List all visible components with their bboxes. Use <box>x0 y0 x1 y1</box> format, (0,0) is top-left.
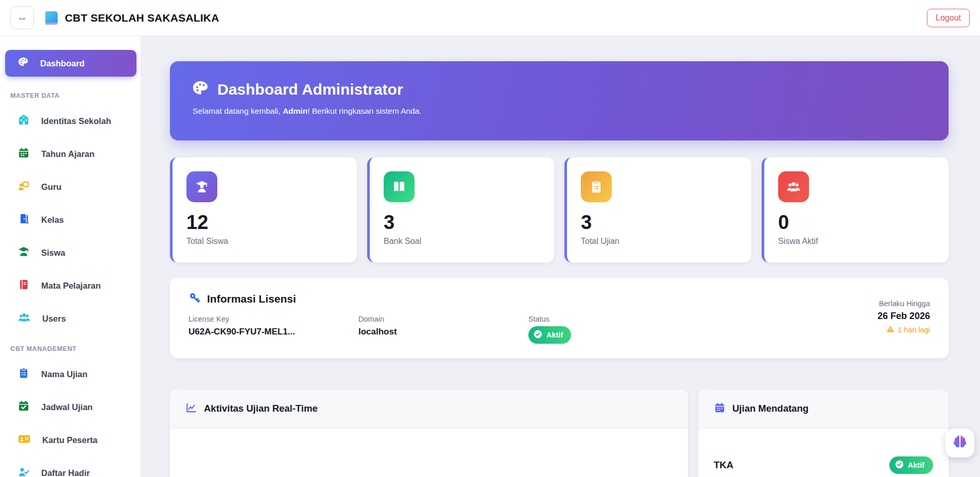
upcoming-exams-panel: Ujian Mendatang TKA Aktif <box>698 390 949 477</box>
sidebar-section-master-data: MASTER DATA <box>10 92 141 99</box>
check-circle-icon <box>895 460 904 470</box>
sidebar-item-label: Jadwal Ujian <box>41 402 93 412</box>
sidebar-item-jadwal-ujian[interactable]: Jadwal Ujian <box>0 396 141 418</box>
panel-title: Aktivitas Ujian Real-Time <box>204 403 318 414</box>
sidebar-item-daftar-hadir[interactable]: Daftar Hadir <box>0 462 141 477</box>
valid-until-label: Berlaku Hingga <box>878 299 930 308</box>
domain-field: Domain localhost <box>358 315 528 344</box>
sidebar-item-users[interactable]: Users <box>0 307 141 330</box>
stat-label: Total Ujian <box>581 237 751 246</box>
license-key-field: License Key U62A-CK90-FYU7-MEL1... <box>188 315 358 344</box>
top-header: ⇔ CBT SEKOLAH SAKASALIKA Logout <box>0 0 980 36</box>
sidebar-item-label: Nama Ujian <box>41 369 88 379</box>
stat-card-bank-soal: 3 Bank Soal <box>367 157 554 262</box>
page-title: Dashboard Administrator <box>217 81 403 98</box>
status-badge: Aktif <box>528 326 571 344</box>
clipboard-icon <box>18 367 30 381</box>
calendar-icon <box>18 147 30 161</box>
realtime-activity-body <box>170 428 688 457</box>
sidebar-item-label: Siswa <box>41 248 65 258</box>
people-icon <box>778 171 809 202</box>
sidebar-item-kelas[interactable]: Kelas <box>0 208 141 231</box>
status-field: Status Aktif <box>528 315 698 344</box>
sidebar-item-dashboard[interactable]: Dashboard <box>5 50 136 77</box>
line-chart-icon <box>185 402 197 416</box>
logout-button[interactable]: Logout <box>927 9 970 27</box>
app-logo-book-icon <box>45 11 58 25</box>
toggle-arrows-icon: ⇔ <box>17 12 27 24</box>
valid-until-date: 26 Feb 2026 <box>878 311 930 322</box>
stat-card-total-siswa: 12 Total Siswa <box>170 157 357 262</box>
domain-value: localhost <box>358 327 528 337</box>
teacher-icon <box>18 180 30 194</box>
license-expiry-block: Berlaku Hingga 26 Feb 2026 1 hari lagi <box>878 299 930 334</box>
upcoming-exams-body: TKA Aktif <box>698 428 949 477</box>
ai-assistant-button[interactable] <box>945 429 974 457</box>
exam-row-tka[interactable]: TKA Aktif <box>714 456 933 474</box>
sidebar-nav: Dashboard MASTER DATA Identitas Sekolah … <box>0 36 141 477</box>
stat-label: Bank Soal <box>384 237 554 246</box>
upcoming-exams-header: Ujian Mendatang <box>698 390 949 428</box>
stat-label: Total Siswa <box>186 237 357 246</box>
calendar-icon <box>714 402 726 416</box>
graduate-icon <box>186 171 217 202</box>
users-icon <box>18 311 31 326</box>
brain-icon <box>951 433 969 453</box>
warning-triangle-icon <box>886 325 895 334</box>
person-check-icon <box>18 466 30 477</box>
welcome-message: Selamat datang kembali, Admin! Berikut r… <box>193 107 927 116</box>
stat-value: 0 <box>778 211 949 234</box>
bottom-panels: Aktivitas Ujian Real-Time Ujian Mendatan… <box>170 390 949 477</box>
main-content: Dashboard Administrator Selamat datang k… <box>141 36 980 477</box>
stat-label: Siswa Aktif <box>778 237 949 246</box>
exam-status-badge: Aktif <box>889 456 933 474</box>
sidebar-item-mata-pelajaran[interactable]: Mata Pelajaran <box>0 274 141 297</box>
expiry-warning: 1 hari lagi <box>878 325 930 334</box>
sidebar-item-label: Identitas Sekolah <box>41 116 111 126</box>
stat-card-siswa-aktif: 0 Siswa Aktif <box>762 157 949 262</box>
key-icon <box>188 292 201 306</box>
sidebar-item-label: Tahun Ajaran <box>41 149 95 159</box>
license-card-title: Informasi Lisensi <box>207 293 296 305</box>
cbt-admin-app: ⇔ CBT SEKOLAH SAKASALIKA Logout Dashboar… <box>0 0 980 477</box>
check-circle-icon <box>534 330 542 340</box>
license-key-value: U62A-CK90-FYU7-MEL1... <box>188 327 358 337</box>
open-book-icon <box>384 171 415 202</box>
sidebar-item-nama-ujian[interactable]: Nama Ujian <box>0 363 141 385</box>
sidebar-section-cbt-management: CBT MANAGEMENT <box>10 345 141 352</box>
palette-icon <box>18 57 29 70</box>
sidebar-item-label: Kartu Peserta <box>42 435 97 445</box>
palette-icon <box>192 80 209 99</box>
sidebar-item-siswa[interactable]: Siswa <box>0 241 141 264</box>
sidebar-item-identitas-sekolah[interactable]: Identitas Sekolah <box>0 110 141 132</box>
sidebar-item-label: Guru <box>41 182 61 192</box>
sidebar-item-label: Mata Pelajaran <box>41 281 101 291</box>
clipboard-icon <box>581 171 612 202</box>
welcome-banner: Dashboard Administrator Selamat datang k… <box>170 61 949 140</box>
stat-value: 3 <box>384 211 554 234</box>
license-info-card: Informasi Lisensi License Key U62A-CK90-… <box>170 278 949 358</box>
id-card-icon <box>18 433 31 447</box>
stats-row: 12 Total Siswa 3 Bank Soal 3 Total Ujian <box>170 157 949 262</box>
sidebar-item-label: Kelas <box>41 215 64 225</box>
sidebar-item-label: Users <box>42 314 66 324</box>
realtime-activity-header: Aktivitas Ujian Real-Time <box>170 390 688 428</box>
stat-value: 3 <box>581 211 751 234</box>
app-title: CBT SEKOLAH SAKASALIKA <box>65 12 219 24</box>
calendar-check-icon <box>18 400 30 414</box>
stat-value: 12 <box>186 211 357 234</box>
realtime-activity-panel: Aktivitas Ujian Real-Time <box>170 390 688 477</box>
graduate-icon <box>18 245 30 260</box>
panel-title: Ujian Mendatang <box>732 403 809 414</box>
sidebar-item-label: Daftar Hadir <box>41 468 90 477</box>
exam-name: TKA <box>714 460 733 471</box>
sidebar-item-guru[interactable]: Guru <box>0 175 141 198</box>
sidebar-item-label: Dashboard <box>40 59 84 68</box>
sidebar-toggle-button[interactable]: ⇔ <box>10 6 34 29</box>
red-book-icon <box>18 278 30 293</box>
door-icon <box>18 213 30 227</box>
stat-card-total-ujian: 3 Total Ujian <box>564 157 751 262</box>
sidebar-item-kartu-peserta[interactable]: Kartu Peserta <box>0 429 141 451</box>
sidebar-item-tahun-ajaran[interactable]: Tahun Ajaran <box>0 143 141 165</box>
school-icon <box>18 114 30 128</box>
